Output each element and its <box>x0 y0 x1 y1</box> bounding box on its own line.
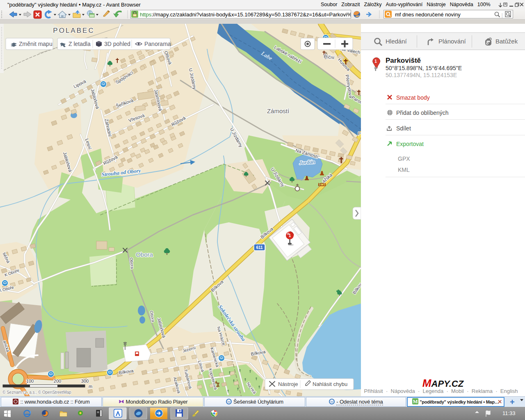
svg-text:M: M <box>413 398 418 404</box>
svg-text:Z letadla: Z letadla <box>68 41 91 47</box>
svg-text:P: P <box>358 132 361 136</box>
svg-text:300: 300 <box>81 379 89 383</box>
svg-text:m: m <box>89 384 92 389</box>
svg-text:1: 1 <box>289 233 291 238</box>
svg-text:3D pohled: 3D pohled <box>104 41 130 47</box>
svg-text:1: 1 <box>374 59 377 64</box>
svg-text:W: W <box>331 400 334 404</box>
svg-text:611: 611 <box>256 245 263 250</box>
svg-text:200: 200 <box>54 379 61 383</box>
svg-text:Zámostí: Zámostí <box>267 107 290 114</box>
svg-text:Obora: Obora <box>136 251 153 258</box>
svg-text:W: W <box>227 400 231 404</box>
svg-text:Nástroje: Nástroje <box>278 381 298 387</box>
svg-text:Jordán: Jordán <box>299 159 315 166</box>
svg-text:100: 100 <box>26 379 34 383</box>
svg-text:POLABEC: POLABEC <box>53 27 94 34</box>
svg-text:© Seznam.cz, a.s., © OpenStree: © Seznam.cz, a.s., © OpenStreetMap <box>2 390 71 395</box>
svg-text:Panorama: Panorama <box>144 41 171 47</box>
svg-text:Změnit mapu: Změnit mapu <box>19 41 52 47</box>
svg-text:Nahlásit chybu: Nahlásit chybu <box>313 381 347 387</box>
svg-text:11:33: 11:33 <box>502 410 516 416</box>
